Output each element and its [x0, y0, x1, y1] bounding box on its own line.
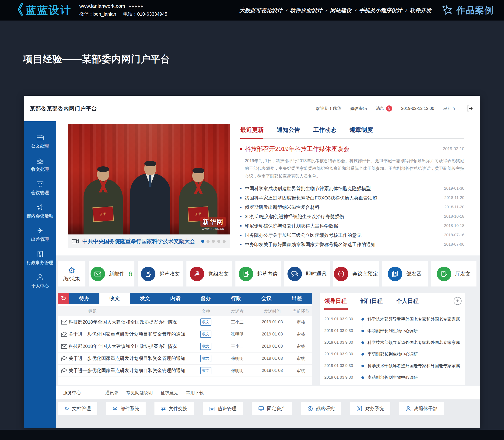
featured-news-link[interactable]: 科技部召开2019年科技工作媒体座谈会	[245, 145, 439, 153]
table-row[interactable]: 关于进一步优化国家重点研发计划项目和资金管理的通知 收文 张明明 2019 01…	[58, 365, 312, 377]
schedule-item[interactable]: 2019 01 03 9:30李萌副部长到生物中心调研	[324, 348, 462, 360]
quick-action-my-custom[interactable]: ⚙ 我的定制	[58, 261, 85, 287]
news-link[interactable]: 俄罗斯研发出新型纳米磁性复合材料	[245, 204, 441, 210]
schedule-item[interactable]: 2019 01 03 9:30科学技术部领导看望外国老专家和外国老专家家属	[324, 360, 462, 372]
table-row[interactable]: 科技部2018年全国人大建议和全国政协提案办理情况 收文 王小二 2019 01…	[58, 316, 312, 328]
quick-action-meeting-room-booking[interactable]: 会议室预定	[333, 261, 379, 287]
table-row[interactable]: 关于进一步优化国家重点研发计划项目和资金管理的通知 收文 张明明 2019 01…	[58, 328, 312, 340]
app-doc-management[interactable]: ↻ 文档管理	[58, 402, 97, 415]
carousel-dot[interactable]	[207, 240, 210, 243]
table-row[interactable]: 关于进一步优化国家重点研发计划项目和资金管理的通知 收文 张明明 2019 01…	[58, 353, 312, 365]
refresh-icon[interactable]: ↻	[58, 293, 69, 304]
news-item[interactable]: 中国科学家成功创建世界首批生物节律紊乱体细胞克隆猴模型2019-01-30	[240, 184, 464, 193]
news-link[interactable]: 中办印发关于做好国家勋章和国家荣誉称号提名评选工作的通知	[245, 241, 441, 248]
carousel-photo[interactable]: 证书 证书 新华网 W	[68, 124, 230, 234]
app-finance-system[interactable]: 财务系统	[350, 402, 390, 415]
tab-internal-request[interactable]: 内请	[160, 293, 190, 304]
sidebar-item-official-docs[interactable]: 公文处理	[24, 132, 56, 155]
add-schedule-button[interactable]: +	[454, 297, 462, 305]
news-item[interactable]: 俄罗斯研发出新型纳米磁性复合材料2018-11-20	[240, 203, 464, 212]
quick-action-draft-incoming[interactable]: 起草收文	[138, 261, 183, 287]
carousel-dot[interactable]	[212, 240, 215, 243]
link-faq[interactable]: 常见问题说明	[126, 390, 153, 396]
tab-supervision[interactable]: 督办	[191, 293, 221, 304]
app-file-exchange[interactable]: ⇄ 文件交换	[154, 402, 194, 415]
row-title[interactable]: 科技部2018年全国人大建议和全国政协提案办理情况	[69, 343, 192, 349]
tab-work-trends[interactable]: 工作动态	[313, 126, 336, 134]
top-nav-item-mobile[interactable]: 手机及小程序设计	[359, 7, 402, 14]
news-link[interactable]: 我国科学家通过基因编辑长寿蛋白FOXO3获得优质人类血管细胞	[245, 195, 441, 201]
schedule-text[interactable]: 李萌副部长到生物中心调研	[367, 375, 418, 380]
tab-notices[interactable]: 通知公告	[277, 126, 300, 134]
news-item[interactable]: 3D打印植入物促进神经细胞生长以治疗脊髓损伤2018-10-18	[240, 212, 464, 221]
sidebar-item-business-trips[interactable]: ✈ 出差管理	[24, 225, 56, 249]
schedule-text[interactable]: 科学技术部领导看望外国老专家和外国老专家家属	[367, 316, 460, 322]
quick-action-party-doc[interactable]: ☭ 党组发文	[186, 261, 232, 287]
quick-action-office-doc[interactable]: 厅发文	[431, 261, 477, 287]
schedule-text[interactable]: 李萌副部长到生物中心调研	[367, 328, 418, 334]
schedule-text[interactable]: 李萌副部长到生物中心调研	[367, 351, 418, 357]
app-fixed-assets[interactable]: 固定资产	[252, 402, 292, 415]
tab-recent-updates[interactable]: 最近更新	[240, 126, 264, 134]
news-link[interactable]: 国务院办公厅关于加强三级公立医院绩效考核工作的意见	[245, 232, 441, 238]
schedule-item[interactable]: 2019 01 03 9:30李萌副部长到生物中心调研	[324, 372, 462, 383]
lanlan-brand[interactable]: 《 蓝蓝设计	[10, 3, 71, 17]
schedule-text[interactable]: 科学技术部领导看望外国老专家和外国老专家家属	[367, 340, 460, 345]
app-retired-cadres[interactable]: 离退休干部	[399, 402, 444, 415]
site-url[interactable]: www.lanlanwork.com	[79, 3, 125, 9]
tab-regulations[interactable]: 规章制度	[350, 126, 373, 134]
tab-trip[interactable]: 出差	[282, 293, 312, 304]
schedule-item[interactable]: 2019 01 03 9:30科学技术部领导看望外国老专家和外国老专家家属	[324, 337, 462, 348]
top-nav-item-bigdata[interactable]: 大数据可视化设计	[239, 7, 282, 14]
tab-incoming[interactable]: 收文	[99, 293, 130, 304]
tab-personal-schedule[interactable]: 个人日程	[396, 297, 419, 305]
sidebar-item-meetings[interactable]: 会议管理	[24, 179, 56, 202]
carousel-dot[interactable]	[217, 240, 220, 243]
news-link[interactable]: 中国科学家成功创建世界首批生物节律紊乱体细胞克隆猴模型	[245, 185, 441, 192]
sidebar-item-admin-affairs[interactable]: 行政事务管理	[24, 249, 56, 272]
logout-button[interactable]	[466, 105, 473, 112]
app-strategy-research[interactable]: 战略研究	[301, 402, 341, 415]
carousel-dot[interactable]	[201, 240, 204, 243]
tab-department-schedule[interactable]: 部门日程	[360, 297, 383, 305]
news-item[interactable]: 中办印发关于做好国家勋章和国家荣誉称号提名评选工作的通知2018-07-06	[240, 240, 464, 249]
news-item[interactable]: 印尼珊瑚礁保护与修复计划获得大量科学数据2018-10-18	[240, 221, 464, 231]
sidebar-item-internal-activities[interactable]: 部内会议活动	[24, 202, 56, 225]
schedule-text[interactable]: 科学技术部领导看望外国老专家和外国老专家家属	[367, 363, 460, 369]
portfolio-link[interactable]: 作品案例	[441, 4, 494, 16]
row-title[interactable]: 关于进一步优化国家重点研发计划项目和资金管理的通知	[69, 355, 192, 362]
row-title[interactable]: 科技部2018年全国人大建议和全国政协提案办理情况	[69, 319, 192, 325]
top-nav-item-dev[interactable]: 软件开发	[410, 7, 431, 14]
row-title[interactable]: 关于进一步优化国家重点研发计划项目和资金管理的通知	[69, 331, 192, 337]
carousel-dot[interactable]	[223, 240, 226, 243]
messages-link[interactable]: 消息 5	[376, 105, 392, 111]
tab-administration[interactable]: 行政	[221, 293, 251, 304]
tab-meeting[interactable]: 会议	[251, 293, 282, 304]
change-password-link[interactable]: 修改密码	[350, 106, 367, 111]
news-item[interactable]: 我国科学家通过基因编辑长寿蛋白FOXO3获得优质人类血管细胞2018-11-20	[240, 193, 464, 203]
carousel-caption-text[interactable]: 中共中央国务院隆重举行国家科学技术奖励大会	[82, 238, 198, 245]
table-row[interactable]: 科技部2018年全国人大建议和全国政协提案办理情况 收文 王小二 2019 01…	[58, 340, 312, 353]
sidebar-item-incoming-docs[interactable]: 收文处理	[24, 155, 56, 179]
app-mail-system[interactable]: ✉ 邮件系统	[106, 402, 146, 415]
tab-todo[interactable]: 待办	[69, 293, 99, 304]
schedule-item[interactable]: 2019 01 03 9:30科学技术部领导看望外国老专家和外国老专家家属	[324, 313, 462, 325]
link-feedback[interactable]: 征求意见	[161, 390, 178, 396]
row-title[interactable]: 关于进一步优化国家重点研发计划项目和资金管理的通知	[69, 368, 192, 374]
top-nav-item-ui[interactable]: 软件界面设计	[290, 7, 322, 14]
schedule-item[interactable]: 2019 01 03 9:30李萌副部长到生物中心调研	[324, 325, 462, 337]
link-contacts[interactable]: 通讯录	[105, 390, 119, 396]
quick-action-ministry-letter[interactable]: 部发函	[382, 261, 428, 287]
quick-action-draft-internal[interactable]: 起草内请	[236, 261, 281, 287]
news-link[interactable]: 3D打印植入物促进神经细胞生长以治疗脊髓损伤	[245, 213, 441, 220]
link-service-center[interactable]: 服务中心	[63, 390, 81, 396]
app-duty-management[interactable]: 值班管理	[203, 402, 243, 415]
quick-action-new-mail[interactable]: 新邮件 6	[89, 261, 134, 287]
sidebar-item-personal-center[interactable]: 个人中心	[24, 272, 56, 295]
tab-leader-schedule[interactable]: 领导日程	[324, 297, 347, 305]
tab-outgoing[interactable]: 发文	[130, 293, 160, 304]
top-nav-item-web[interactable]: 网站建设	[330, 7, 351, 14]
news-item[interactable]: 国务院办公厅关于加强三级公立医院绩效考核工作的意见2018-07-16	[240, 231, 464, 240]
news-link[interactable]: 印尼珊瑚礁保护与修复计划获得大量科学数据	[245, 223, 441, 229]
quick-action-instant-messaging[interactable]: 即时通讯	[284, 261, 330, 287]
